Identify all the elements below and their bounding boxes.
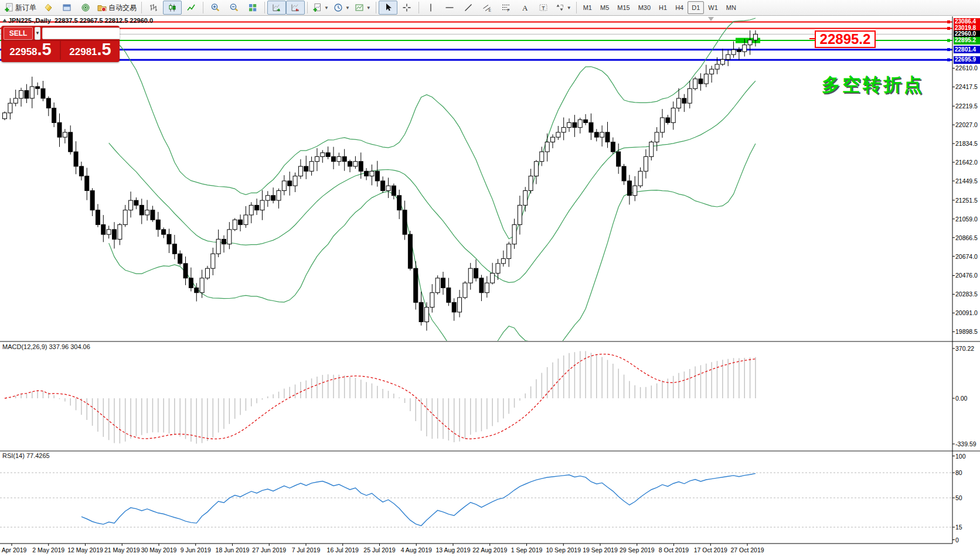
market-watch-button[interactable] [57, 1, 76, 15]
one-click-trading-panel: SELL ▼ ▲ BUY 22958.5 22981.5 [1, 26, 120, 62]
channel-icon: E [482, 3, 492, 12]
chart-note-text: 多空转折点 [822, 73, 924, 97]
line-chart-button[interactable] [182, 1, 200, 15]
text-label-button[interactable]: T [534, 1, 553, 15]
chart-ohlc-info: JPN225-,Daily 22837.5 22967.5 22812.5 22… [8, 17, 153, 24]
price-axis-tick: 21834.5 [955, 141, 978, 147]
chevron-down-icon: ▼ [366, 5, 371, 11]
equidistant-channel-button[interactable]: E [478, 1, 496, 15]
collapse-panel-icon[interactable] [2, 19, 7, 22]
rsi-indicator-label: RSI(14) 77.4265 [2, 452, 50, 459]
rsi-axis-tick: 80 [955, 470, 962, 476]
candle-chart-icon [168, 3, 177, 12]
timeframe-m15-button[interactable]: M15 [613, 1, 634, 14]
toolbar-separator [203, 2, 203, 13]
mt4-terminal: 新订单自动交易▼▼▼EFAT▼M1M5M15M30H1H4D1W1MN JPN2… [0, 0, 980, 557]
crosshair-button[interactable] [397, 1, 416, 15]
new-chart-button[interactable]: ▼ [310, 1, 331, 15]
trendline-icon [464, 3, 473, 12]
window-icon [62, 3, 72, 12]
auto-scroll-button[interactable] [267, 1, 286, 15]
date-axis-label: 27 Oct 2019 [724, 546, 771, 553]
toolbar: 新订单自动交易▼▼▼EFAT▼M1M5M15M30H1H4D1W1MN [0, 0, 980, 16]
ohlc-values: 22837.5 22967.5 22812.5 22960.0 [55, 17, 153, 24]
horizontal-line-button[interactable] [440, 1, 459, 15]
new-order-icon [4, 3, 13, 12]
price-axis-tick: 21449.5 [955, 178, 978, 184]
zoom-in-icon [210, 3, 220, 12]
fibonacci-button[interactable]: F [496, 1, 515, 15]
shapes-icon [555, 3, 564, 12]
toolbar-separator [264, 2, 265, 13]
buy-price-fraction: .5 [97, 41, 111, 58]
hline-icon [445, 3, 454, 12]
trendline-button[interactable] [459, 1, 478, 15]
rsi-axis-tick: 0 [955, 537, 959, 544]
zoom-out-button[interactable] [224, 1, 243, 15]
clock-icon [334, 3, 343, 12]
one-click-top-row: SELL ▼ ▲ BUY [1, 26, 120, 40]
text-button[interactable]: A [515, 1, 534, 15]
price-axis-tick: 20091.0 [955, 310, 978, 316]
new-order-button[interactable]: 新订单 [2, 1, 39, 15]
timeframe-w1-button[interactable]: W1 [704, 1, 722, 14]
toolbar-separator [307, 2, 308, 13]
tile-windows-button[interactable] [243, 1, 262, 15]
timeframe-m30-button[interactable]: M30 [634, 1, 655, 14]
templates-icon [355, 3, 364, 12]
price-axis-tick: 20283.5 [955, 291, 978, 298]
text-a-icon: A [520, 3, 529, 12]
toolbar-separator [418, 2, 419, 13]
chart-shift-button[interactable] [286, 1, 305, 15]
price-level-badge: 22801.4 [954, 46, 980, 53]
cursor-button[interactable] [379, 1, 397, 15]
price-axis-tick: 20866.5 [955, 235, 978, 241]
macd-indicator-label: MACD(12,26,9) 337.96 304.06 [2, 343, 90, 350]
styler-button[interactable] [39, 1, 57, 15]
price-level-badge: 22895.2 [954, 37, 980, 45]
bar-chart-button[interactable] [144, 1, 163, 15]
price-axis-tick: 22610.0 [955, 65, 978, 71]
rsi-axis-tick: 50 [955, 495, 962, 501]
price-axis-tick: 20674.0 [955, 254, 978, 260]
chart-shift-icon [291, 3, 300, 12]
symbol-period: JPN225-,Daily [8, 17, 51, 24]
zoom-in-button[interactable] [206, 1, 224, 15]
vertical-line-button[interactable] [421, 1, 440, 15]
shapes-button[interactable]: ▼ [553, 1, 574, 15]
volume-decrease-button[interactable]: ▼ [35, 27, 40, 40]
timeframe-mn-button[interactable]: MN [722, 1, 740, 14]
autotrading-icon [97, 3, 107, 12]
timeframe-m5-button[interactable]: M5 [596, 1, 613, 14]
buy-price[interactable]: 22981.5 [61, 41, 120, 60]
timeframe-h4-button[interactable]: H4 [671, 1, 688, 14]
price-annotation-label[interactable]: 22895.2 [815, 30, 876, 48]
candle-chart-button[interactable] [163, 1, 182, 15]
chart-shift-marker[interactable] [708, 17, 714, 21]
signals-button[interactable] [76, 1, 95, 15]
price-axis-tick: 21251.5 [955, 197, 978, 204]
price-level-badge: 22695.9 [954, 56, 980, 64]
price-axis-tick: 21059.0 [955, 216, 978, 223]
templates-button[interactable]: ▼ [352, 1, 373, 15]
tile-windows-icon [248, 3, 257, 12]
text-label-icon: T [539, 3, 548, 12]
sell-price[interactable]: 22958.5 [1, 41, 60, 60]
profiles-button[interactable]: ▼ [331, 1, 352, 15]
timeframe-m1-button[interactable]: M1 [579, 1, 596, 14]
zoom-out-icon [229, 3, 239, 12]
sell-button[interactable]: SELL [4, 27, 33, 40]
autotrading-button[interactable]: 自动交易 [95, 1, 139, 15]
svg-text:T: T [542, 5, 545, 11]
toolbar-separator [141, 2, 142, 13]
bar-chart-icon [149, 3, 158, 12]
timeframe-h1-button[interactable]: H1 [655, 1, 671, 14]
price-axis-tick: 19898.5 [955, 329, 978, 335]
fibo-icon: F [501, 3, 511, 12]
crosshair-icon [402, 3, 411, 12]
timeframe-d1-button[interactable]: D1 [688, 1, 704, 14]
volume-input[interactable] [42, 28, 120, 39]
chevron-down-icon: ▼ [324, 5, 329, 11]
toolbar-separator [576, 2, 577, 13]
sell-price-fraction: .5 [38, 41, 52, 58]
